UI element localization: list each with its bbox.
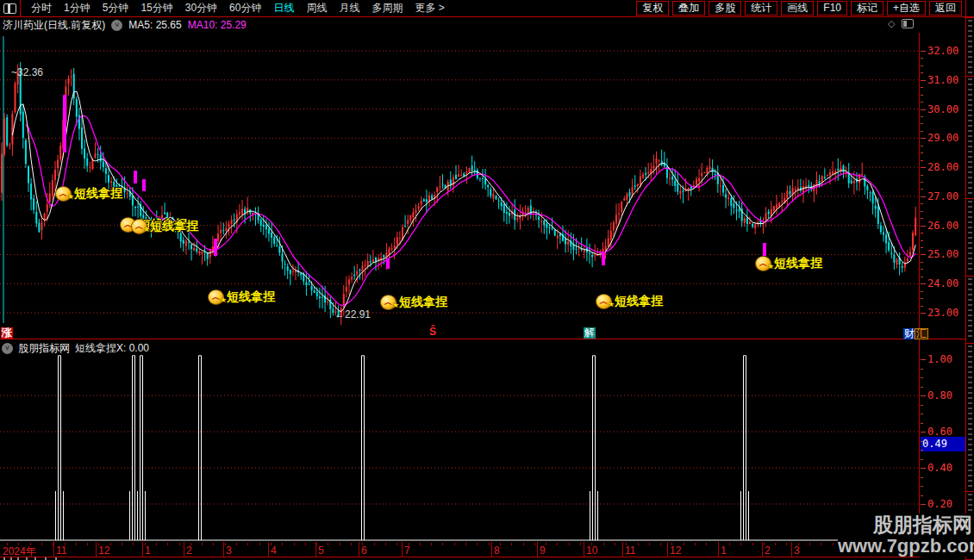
timeline-tick xyxy=(409,543,409,545)
rise-badge[interactable]: 涨 xyxy=(1,327,13,339)
timeline-separator xyxy=(359,542,359,557)
axis-tick xyxy=(921,477,923,478)
axis-tick xyxy=(921,175,923,176)
timeline-tick xyxy=(294,543,295,545)
indicator-panel[interactable]: ˅ 股朋指标网 短线拿捏X: 0.00 xyxy=(0,348,920,542)
menu-item-period[interactable]: 60分钟 xyxy=(223,0,267,16)
strip-segment[interactable] xyxy=(968,278,972,340)
watermark-brand: 股朋指标网 xyxy=(838,513,972,536)
axis-tick xyxy=(921,152,923,153)
axis-tick xyxy=(921,283,926,284)
timeline-tick xyxy=(649,543,650,545)
strip-segment[interactable] xyxy=(968,345,972,488)
axis-tick xyxy=(921,58,923,59)
strip-segment[interactable] xyxy=(968,78,972,196)
right-edge-toolbar[interactable] xyxy=(966,17,974,560)
main-candlestick-chart[interactable]: ~32.36 ←22.91 ︿★短线拿捏︿★短线拿捏︿★短线拿捏︿★短线拿捏︿★… xyxy=(0,33,920,339)
axis-tick xyxy=(921,468,926,469)
menu-item-period[interactable]: 月线 xyxy=(333,0,365,16)
axis-tick xyxy=(921,72,923,73)
strip-segment[interactable] xyxy=(968,201,972,273)
axis-tick xyxy=(921,131,923,132)
timeline-tick xyxy=(740,543,741,545)
menu-item-tool[interactable]: 多股 xyxy=(709,1,741,16)
menu-item-period[interactable]: 30分钟 xyxy=(179,0,223,16)
period-menu: 分时1分钟5分钟15分钟30分钟60分钟日线周线月线多周期更多 > xyxy=(25,0,451,16)
indicator-axis-label: 0.20 xyxy=(927,498,952,510)
timeline-tick xyxy=(98,543,99,545)
timeline-tick xyxy=(729,543,730,545)
timeline-tick xyxy=(271,543,272,545)
timeline-tick xyxy=(671,543,672,545)
timeline-label: 3 xyxy=(226,544,232,557)
strip-segment[interactable] xyxy=(968,20,972,73)
timeline-tick xyxy=(833,543,834,545)
axis-tick xyxy=(921,254,926,255)
axis-tick xyxy=(921,116,923,117)
menu-item-period[interactable]: 周线 xyxy=(300,0,333,16)
timeline-tick xyxy=(511,543,512,545)
menu-item-period[interactable]: 多周期 xyxy=(365,0,409,16)
price-axis-label: 26.00 xyxy=(927,220,958,232)
timeline-separator xyxy=(402,542,403,557)
hui-badge[interactable]: 汇 xyxy=(915,328,928,339)
chevron-down-icon[interactable]: ˅ xyxy=(111,20,122,31)
timeline-label: 12 xyxy=(670,544,681,557)
menu-item-period[interactable]: 日线 xyxy=(267,0,300,16)
chevron-down-icon[interactable]: ˅ xyxy=(2,343,13,354)
timeline-label: 3 xyxy=(794,544,800,557)
timeline-tick xyxy=(546,543,546,545)
timeline-separator xyxy=(667,542,668,557)
menu-item-period[interactable]: 15分钟 xyxy=(134,0,178,16)
signal-paint-layer xyxy=(63,95,766,269)
high-price-annotation: ~32.36 xyxy=(11,66,43,78)
timeline-tick xyxy=(615,543,615,545)
timeline-tick xyxy=(477,543,478,545)
price-axis-label: 23.00 xyxy=(927,307,958,319)
menu-item-tool[interactable]: 画线 xyxy=(781,1,814,16)
window-layout-icon[interactable] xyxy=(902,19,914,28)
timeline-tick xyxy=(718,543,719,545)
menu-item-tool[interactable]: F10 xyxy=(817,1,847,16)
indicator-axis-label: 0.40 xyxy=(927,462,952,474)
timeline-tick xyxy=(316,543,317,545)
timeline-tick xyxy=(431,543,432,545)
timeline-tick xyxy=(786,543,787,545)
timeline-tick xyxy=(259,543,260,545)
menu-item-tool[interactable]: 标记 xyxy=(851,1,883,16)
axis-tick xyxy=(921,459,923,460)
menu-item-tool[interactable]: 复权 xyxy=(636,1,669,16)
jie-badge[interactable]: 解 xyxy=(584,327,596,339)
axis-tick xyxy=(921,146,923,146)
watermark-url: www.7gpzb.com xyxy=(838,536,972,557)
menu-item-period[interactable]: 5分钟 xyxy=(97,0,135,16)
menu-item-tool[interactable]: +自选 xyxy=(887,1,926,16)
ma-lines-layer xyxy=(12,91,915,312)
menu-item-tool[interactable]: 统计 xyxy=(745,1,777,16)
timeline-tick xyxy=(328,543,328,545)
timeline-tick xyxy=(442,543,443,545)
axis-tick xyxy=(921,182,923,183)
cai-badge[interactable]: 财 xyxy=(903,328,915,339)
axis-tick xyxy=(921,291,923,292)
axis-tick xyxy=(921,211,923,212)
timeline-tick xyxy=(167,543,168,545)
ma5-value: MA5: 25.65 xyxy=(128,19,181,31)
diamond-icon[interactable]: ◇ xyxy=(888,18,895,29)
menu-item-period[interactable]: 更多 > xyxy=(409,0,450,16)
timeline-tick xyxy=(202,543,203,545)
menu-item-period[interactable]: 1分钟 xyxy=(58,0,97,16)
timeline-separator xyxy=(184,542,184,557)
timeline-tick xyxy=(374,543,375,545)
timeline-tick xyxy=(626,543,627,545)
low-price-annotation: ←22.91 xyxy=(334,308,371,320)
indicator-axis-label: 0.60 xyxy=(927,426,952,438)
menu-item-tool[interactable]: 返回 xyxy=(929,1,962,16)
timeline-label: 9 xyxy=(540,544,546,557)
menu-item-period[interactable]: 分时 xyxy=(25,0,58,16)
s-marker-icon[interactable]: Ŝ xyxy=(429,327,436,338)
menu-item-tool[interactable]: 叠加 xyxy=(672,1,705,16)
axis-tick xyxy=(921,306,923,307)
timeline-label: 12 xyxy=(98,544,109,557)
layout-split-icon[interactable] xyxy=(3,3,16,14)
